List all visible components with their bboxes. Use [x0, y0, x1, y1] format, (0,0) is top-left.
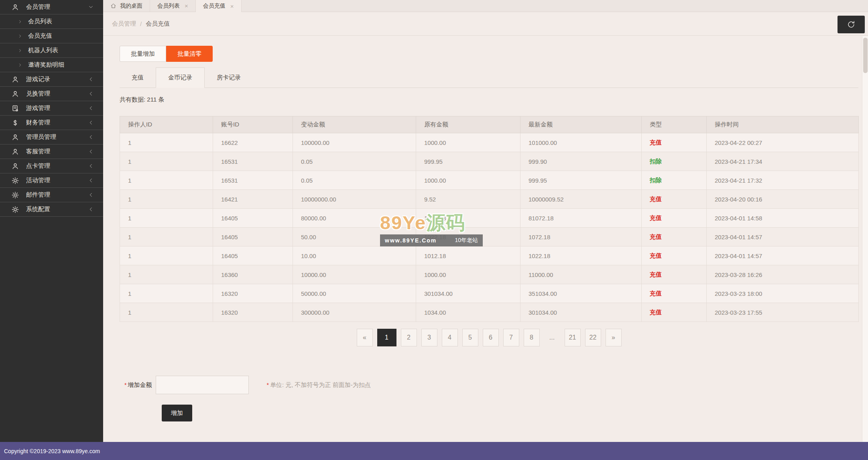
sidebar-item-label: 活动管理 [26, 177, 50, 184]
column-header: 原有金额 [416, 116, 520, 133]
table-row: 116622100000.001000.00101000.00充值2023-04… [120, 133, 859, 152]
table-row: 1165310.051000.00999.95扣除2023-04-21 17:3… [120, 171, 859, 190]
table-cell: 1 [120, 209, 213, 228]
sidebar-item-exchange-management[interactable]: 兑换管理 [0, 87, 103, 101]
sidebar-item-member-management[interactable]: 会员管理 [0, 0, 103, 14]
amount-hint: *单位: 元, 不加符号为正 前面加-为扣点 [266, 381, 370, 389]
chevron-left-icon [88, 163, 94, 169]
sidebar-item-label: 兑换管理 [26, 90, 50, 98]
table-cell: 2023-03-23 17:55 [707, 303, 859, 322]
pagination-wrapper: «12345678...2122» [120, 329, 858, 346]
table-cell: 2023-04-22 00:27 [707, 133, 859, 152]
tab-roomcard-records[interactable]: 房卡记录 [205, 67, 253, 88]
chevron-left-icon [88, 149, 94, 154]
page-3[interactable]: 3 [421, 329, 437, 346]
dollar-icon [11, 119, 19, 127]
page-7[interactable]: 7 [503, 329, 519, 346]
amount-input[interactable] [156, 376, 249, 394]
chevron-left-icon [88, 207, 94, 212]
chevron-right-icon [18, 34, 22, 38]
close-icon[interactable]: × [230, 3, 234, 10]
window-tab-member-list[interactable]: 会员列表× [150, 0, 196, 12]
table-cell: 300000.00 [293, 303, 416, 322]
type-badge: 扣除 [650, 177, 662, 183]
window-tab-member-recharge[interactable]: 会员充值× [196, 0, 242, 12]
table-cell: 1000.00 [416, 133, 520, 152]
sidebar-item-label: 管理员管理 [26, 133, 56, 141]
sidebar-item-finance-management[interactable]: 财务管理 [0, 116, 103, 130]
sidebar-item-label: 邮件管理 [26, 191, 50, 199]
page-2[interactable]: 2 [401, 329, 417, 346]
add-button[interactable]: 增加 [162, 405, 192, 421]
table-cell: 充值 [642, 303, 707, 322]
batch-clear-button[interactable]: 批量清零 [166, 46, 213, 62]
page-6[interactable]: 6 [483, 329, 499, 346]
table-cell: 1072.18 [416, 209, 520, 228]
page-8[interactable]: 8 [524, 329, 540, 346]
sidebar-item-label: 客服管理 [26, 148, 50, 155]
table-cell: 9.52 [416, 190, 520, 209]
sidebar-item-activity-management[interactable]: 活动管理 [0, 173, 103, 188]
table-cell: 351034.00 [520, 284, 642, 303]
sidebar-item-card-management[interactable]: 点卡管理 [0, 159, 103, 173]
page-4[interactable]: 4 [442, 329, 458, 346]
page-22[interactable]: 22 [585, 329, 601, 346]
table-cell: 16360 [213, 265, 293, 284]
batch-add-button[interactable]: 批量增加 [120, 46, 166, 62]
table-cell: 1 [120, 190, 213, 209]
sidebar-item-system-config[interactable]: 系统配置 [0, 202, 103, 217]
vertical-scrollbar[interactable] [862, 36, 868, 442]
table-cell: 1 [120, 152, 213, 171]
home-icon [110, 3, 116, 9]
sidebar-item-member-recharge[interactable]: 会员充值 [0, 29, 103, 43]
table-cell: 16531 [213, 171, 293, 190]
page-next[interactable]: » [606, 329, 622, 346]
window-tab-my-desktop[interactable]: 我的桌面 [103, 0, 150, 12]
table-cell: 2023-03-28 16:26 [707, 265, 859, 284]
table-cell: 1072.18 [520, 228, 642, 246]
sidebar-item-game-records[interactable]: 游戏记录 [0, 72, 103, 87]
table-cell: 999.95 [520, 171, 642, 190]
table-cell: 999.95 [416, 152, 520, 171]
sidebar-item-customer-service-management[interactable]: 客服管理 [0, 145, 103, 159]
table-cell: 1 [120, 171, 213, 190]
gear-icon [11, 206, 19, 214]
tab-label: 会员列表 [157, 2, 180, 10]
sidebar: 会员管理会员列表会员充值机器人列表邀请奖励明细游戏记录兑换管理游戏管理财务管理管… [0, 0, 103, 442]
type-badge: 充值 [650, 139, 662, 146]
breadcrumb-parent[interactable]: 会员管理 [112, 20, 136, 28]
sidebar-item-robot-list[interactable]: 机器人列表 [0, 43, 103, 58]
sidebar-item-member-list[interactable]: 会员列表 [0, 14, 103, 29]
chevron-left-icon [88, 106, 94, 111]
tab-coin-records[interactable]: 金币记录 [156, 67, 205, 88]
refresh-button[interactable] [838, 16, 865, 33]
table-cell: 扣除 [642, 152, 707, 171]
table-row: 11642110000000.009.5210000009.52充值2023-0… [120, 190, 859, 209]
chevron-left-icon [88, 134, 94, 140]
sidebar-item-label: 会员列表 [28, 18, 52, 25]
chevron-right-icon [18, 63, 22, 67]
page-prev[interactable]: « [357, 329, 373, 346]
table-cell: 1000.00 [416, 171, 520, 190]
sidebar-item-label: 会员充值 [28, 32, 52, 40]
sidebar-item-admin-management[interactable]: 管理员管理 [0, 130, 103, 145]
table-row: 11640510.001012.181022.18充值2023-04-01 14… [120, 246, 859, 265]
sidebar-item-game-management[interactable]: 游戏管理 [0, 101, 103, 116]
column-header: 最新金额 [520, 116, 642, 133]
table-cell: 10000000.00 [293, 190, 416, 209]
table-cell: 扣除 [642, 171, 707, 190]
page-5[interactable]: 5 [462, 329, 478, 346]
sidebar-item-label: 点卡管理 [26, 162, 50, 170]
table-cell: 1022.18 [520, 246, 642, 265]
tab-recharge[interactable]: 充值 [120, 67, 156, 88]
scrollbar-thumb[interactable] [863, 38, 868, 73]
sidebar-item-mail-management[interactable]: 邮件管理 [0, 188, 103, 202]
page-1[interactable]: 1 [377, 329, 396, 346]
table-cell: 50.00 [293, 228, 416, 246]
table-row: 1165310.05999.95999.90扣除2023-04-21 17:34 [120, 152, 859, 171]
close-icon[interactable]: × [185, 2, 188, 9]
page-21[interactable]: 21 [565, 329, 581, 346]
table-cell: 80000.00 [293, 209, 416, 228]
sidebar-item-label: 邀请奖励明细 [28, 61, 64, 69]
sidebar-item-invite-reward-detail[interactable]: 邀请奖励明细 [0, 58, 103, 72]
